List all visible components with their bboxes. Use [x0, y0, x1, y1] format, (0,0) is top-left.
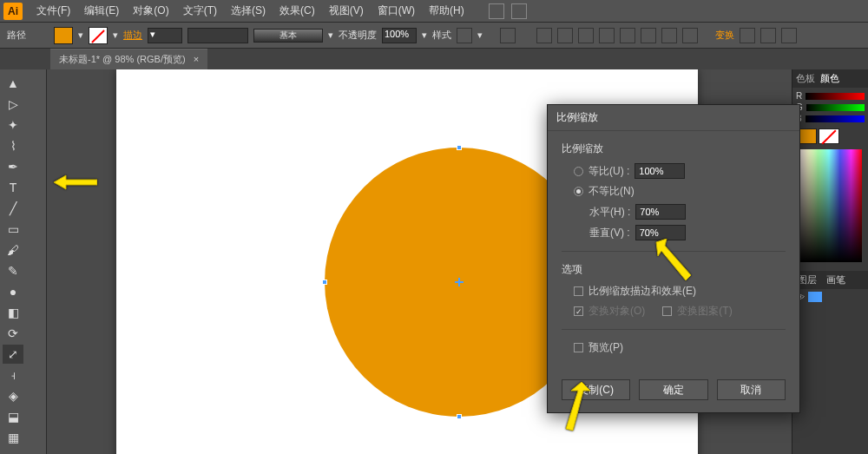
uniform-radio[interactable]: [574, 167, 583, 176]
horizontal-label: 水平(H) :: [589, 205, 630, 220]
recolor-icon[interactable]: [500, 28, 516, 43]
transform-patterns-checkbox: [662, 306, 672, 316]
path-label: 路径: [7, 29, 26, 42]
stroke-profile[interactable]: [187, 28, 248, 43]
document-tabbar: 未标题-1* @ 98% (RGB/预览) ×: [0, 49, 868, 69]
preview-label: 预览(P): [589, 340, 623, 355]
ok-button[interactable]: 确定: [639, 379, 707, 400]
selection-tool[interactable]: ▲: [3, 74, 23, 93]
workspace-icon[interactable]: [489, 3, 504, 19]
menu-effect[interactable]: 效果(C): [273, 0, 322, 22]
control-toolbar: 路径 ▾ ▾ 描边 ▾ 基本 ▾ 不透明度 100% ▾ 样式 ▾ 变换: [0, 23, 868, 49]
rotate-tool[interactable]: ⟳: [3, 324, 23, 343]
style-swatch[interactable]: [457, 28, 472, 43]
vertical-input[interactable]: 70%: [635, 225, 686, 240]
swatches-tab[interactable]: 色板: [796, 72, 815, 85]
preview-checkbox[interactable]: [574, 343, 583, 352]
menu-type[interactable]: 文字(T): [176, 0, 224, 22]
width-tool[interactable]: ⫞: [3, 365, 23, 385]
horizontal-input[interactable]: 70%: [635, 204, 686, 220]
scale-tool[interactable]: ⤢: [3, 345, 23, 364]
anchor-left[interactable]: [322, 280, 327, 285]
align-icon-8[interactable]: [682, 28, 698, 43]
stroke-label[interactable]: 描边: [123, 29, 142, 42]
nonuniform-label: 不等比(N): [589, 184, 635, 199]
cancel-button[interactable]: 取消: [717, 379, 786, 400]
layers-tab[interactable]: 图层: [798, 274, 817, 285]
opacity-input[interactable]: 100%: [382, 28, 417, 43]
shape-builder-tool[interactable]: ⬓: [3, 407, 23, 426]
color-spectrum[interactable]: [796, 149, 862, 262]
scale-strokes-checkbox[interactable]: [574, 286, 583, 296]
dialog-title: 比例缩放: [548, 105, 799, 131]
document-tab[interactable]: 未标题-1* @ 98% (RGB/预览) ×: [50, 49, 207, 69]
align-icon-2[interactable]: [557, 28, 573, 43]
brush-basic[interactable]: 基本: [253, 29, 323, 43]
align-icon-4[interactable]: [599, 28, 615, 43]
align-icon-3[interactable]: [578, 28, 594, 43]
transform-label[interactable]: 变换: [715, 29, 734, 42]
transform-patterns-label: 变换图案(T): [677, 304, 732, 319]
scale-dialog: 比例缩放 比例缩放 等比(U) : 100% 不等比(N) 水平(H) : 70…: [547, 104, 800, 413]
perspective-tool[interactable]: ▦: [3, 428, 23, 447]
scale-strokes-label: 比例缩放描边和效果(E): [589, 284, 696, 299]
menu-select[interactable]: 选择(S): [224, 0, 273, 22]
color-tab[interactable]: 颜色: [820, 72, 839, 85]
align-icon-1[interactable]: [536, 28, 552, 43]
line-tool[interactable]: ╱: [3, 199, 23, 218]
brushes-tab[interactable]: 画笔: [826, 274, 845, 285]
align-icon-5[interactable]: [620, 28, 635, 43]
direct-selection-tool[interactable]: ▷: [3, 95, 23, 114]
anchor-top[interactable]: [457, 145, 462, 150]
pen-tool[interactable]: ✒: [3, 157, 23, 176]
scale-group-label: 比例缩放: [562, 141, 786, 156]
stroke-none-swatch[interactable]: [89, 27, 108, 44]
tab-title: 未标题-1* @ 98% (RGB/预览): [59, 54, 186, 64]
transform-objects-label: 变换对象(O): [589, 304, 645, 319]
stroke-weight-input[interactable]: ▾: [148, 28, 182, 43]
menu-object[interactable]: 对象(O): [126, 0, 175, 22]
app-logo: Ai: [3, 3, 23, 20]
transform-icon-3[interactable]: [781, 28, 797, 43]
panel-stroke-swatch[interactable]: [819, 128, 839, 144]
arrange-icon[interactable]: [511, 3, 527, 19]
menu-help[interactable]: 帮助(H): [422, 0, 471, 22]
layer-color-chip: [808, 292, 822, 302]
type-tool[interactable]: T: [3, 178, 23, 197]
right-panels: 色板 颜色 R G B 图层 画笔 👁: [792, 69, 868, 454]
uniform-label: 等比(U) :: [589, 164, 629, 179]
r-slider[interactable]: [806, 93, 865, 100]
tab-close-icon[interactable]: ×: [194, 54, 199, 64]
menu-edit[interactable]: 编辑(E): [77, 0, 126, 22]
nonuniform-radio[interactable]: [574, 187, 583, 196]
free-transform-tool[interactable]: ◈: [3, 386, 23, 405]
layer-row[interactable]: 👁: [792, 289, 868, 305]
pencil-tool[interactable]: ✎: [3, 261, 23, 280]
menu-file[interactable]: 文件(F): [30, 0, 77, 22]
lasso-tool[interactable]: ⌇: [3, 136, 23, 155]
paintbrush-tool[interactable]: 🖌: [3, 240, 23, 260]
align-icon-7[interactable]: [661, 28, 677, 43]
transform-icon-1[interactable]: [740, 28, 755, 43]
eraser-tool[interactable]: ◧: [3, 303, 23, 322]
copy-button[interactable]: 复制(C): [562, 379, 630, 400]
transform-icon-2[interactable]: [760, 28, 776, 43]
vertical-label: 垂直(V) :: [589, 226, 630, 240]
options-label: 选项: [562, 262, 786, 277]
menu-view[interactable]: 视图(V): [322, 0, 371, 22]
menubar: Ai 文件(F) 编辑(E) 对象(O) 文字(T) 选择(S) 效果(C) 视…: [0, 0, 868, 23]
mesh-tool[interactable]: ▨: [3, 449, 23, 454]
anchor-bottom[interactable]: [457, 414, 462, 419]
align-icon-6[interactable]: [641, 28, 656, 43]
g-slider[interactable]: [806, 104, 865, 111]
menu-window[interactable]: 窗口(W): [371, 0, 422, 22]
rectangle-tool[interactable]: ▭: [3, 220, 23, 239]
b-slider[interactable]: [806, 115, 865, 122]
opacity-label: 不透明度: [339, 29, 377, 42]
blob-brush-tool[interactable]: ●: [3, 282, 23, 301]
uniform-input[interactable]: 100%: [635, 163, 685, 179]
toolbox: ▲ ▷ ✦ ⌇ ✒ T ╱ ▭ 🖌 ✎ ● ◧ ⟳ ⤢ ⫞ ◈ ⬓ ▦ ▨ ◐ …: [0, 69, 47, 454]
fill-swatch[interactable]: [54, 27, 73, 44]
magic-wand-tool[interactable]: ✦: [3, 115, 23, 135]
r-label: R: [796, 91, 802, 101]
